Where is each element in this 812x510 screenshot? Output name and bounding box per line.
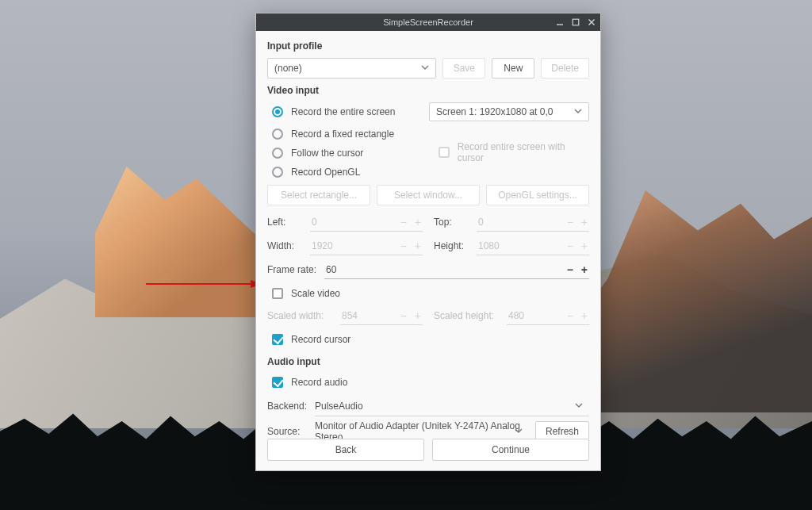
field-value: 0 xyxy=(312,217,400,228)
field-value: 0 xyxy=(478,217,567,228)
radio-record-opengl[interactable]: Record OpenGL xyxy=(267,163,589,182)
minus-icon: − xyxy=(567,263,573,276)
window-title: SimpleScreenRecorder xyxy=(383,17,473,27)
maximize-icon[interactable] xyxy=(570,17,581,28)
checkbox-label: Scale video xyxy=(291,288,340,299)
field-label: Height: xyxy=(434,240,470,251)
stepper-icon: −+ xyxy=(400,216,421,228)
radio-record-entire[interactable]: Record the entire screen xyxy=(267,102,418,121)
field-value[interactable]: 60 xyxy=(326,264,567,275)
source-select[interactable]: Monitor of Audio Adapter (Unitek Y-247A)… xyxy=(315,421,529,439)
stepper-icon: −+ xyxy=(567,309,588,322)
field-label: Scaled height: xyxy=(434,310,500,321)
backend-value: PulseAudio xyxy=(315,401,363,412)
scaled-width-field: Scaled width: 854−+ xyxy=(267,305,423,326)
select-rectangle-button: Select rectangle... xyxy=(267,185,370,205)
app-window: SimpleScreenRecorder Input profile (none… xyxy=(255,13,601,471)
radio-icon xyxy=(272,106,283,117)
field-value: 854 xyxy=(342,310,400,321)
check-record-cursor[interactable]: Record cursor xyxy=(267,331,589,348)
checkbox-label: Record cursor xyxy=(291,334,350,345)
minimize-icon[interactable] xyxy=(554,17,565,28)
close-icon[interactable] xyxy=(586,17,597,28)
radio-label: Record the entire screen xyxy=(291,106,395,117)
field-value: 480 xyxy=(508,310,567,321)
width-field: Width: 1920−+ xyxy=(267,236,423,256)
check-record-audio[interactable]: Record audio xyxy=(267,374,589,391)
field-label: Top: xyxy=(434,217,470,228)
chevron-down-icon xyxy=(421,63,429,74)
framerate-field[interactable]: Frame rate: 60−+ xyxy=(267,259,589,280)
plus-icon: + xyxy=(581,263,588,276)
input-profile-heading: Input profile xyxy=(267,40,589,52)
save-button[interactable]: Save xyxy=(442,58,485,79)
new-button[interactable]: New xyxy=(492,58,534,79)
radio-label: Record a fixed rectangle xyxy=(291,128,394,140)
source-value: Monitor of Audio Adapter (Unitek Y-247A)… xyxy=(315,420,523,439)
radio-icon xyxy=(272,148,283,159)
field-label: Frame rate: xyxy=(267,264,318,275)
radio-label: Record OpenGL xyxy=(291,167,360,178)
backend-label: Backend: xyxy=(267,401,308,412)
screen-select-value: Screen 1: 1920x1080 at 0,0 xyxy=(436,106,553,117)
svg-rect-3 xyxy=(573,19,579,25)
check-record-entire-with-cursor: Record entire screen with cursor xyxy=(434,144,589,161)
window-controls xyxy=(554,13,597,31)
scaled-height-field: Scaled height: 480−+ xyxy=(434,305,589,326)
field-label: Scaled width: xyxy=(267,310,334,321)
chevron-down-icon xyxy=(575,401,583,412)
video-input-heading: Video input xyxy=(267,85,589,96)
check-scale-video[interactable]: Scale video xyxy=(267,285,589,302)
radio-follow-cursor[interactable]: Follow the cursor xyxy=(267,144,423,163)
input-profile-value: (none) xyxy=(274,63,302,74)
stepper-icon: −+ xyxy=(567,240,588,252)
radio-icon xyxy=(272,167,283,178)
field-value: 1920 xyxy=(312,240,400,251)
back-button[interactable]: Back xyxy=(267,439,424,461)
continue-button[interactable]: Continue xyxy=(432,439,589,461)
top-field: Top: 0−+ xyxy=(434,212,589,232)
opengl-settings-button: OpenGL settings... xyxy=(486,185,589,205)
checkbox-icon[interactable] xyxy=(272,377,283,388)
field-label: Width: xyxy=(267,240,304,251)
field-value: 1080 xyxy=(478,240,567,251)
refresh-button[interactable]: Refresh xyxy=(535,421,589,439)
radio-icon xyxy=(272,128,283,140)
stepper-icon: −+ xyxy=(567,216,588,228)
stepper-icon: −+ xyxy=(400,309,421,322)
screen-select[interactable]: Screen 1: 1920x1080 at 0,0 xyxy=(429,102,589,121)
stepper-icon[interactable]: −+ xyxy=(567,263,588,276)
checkbox-label: Record entire screen with cursor xyxy=(458,141,589,163)
chevron-down-icon xyxy=(515,426,523,437)
audio-input-heading: Audio input xyxy=(267,356,589,367)
left-field: Left: 0−+ xyxy=(267,212,423,232)
checkbox-icon xyxy=(439,147,450,158)
input-profile-select[interactable]: (none) xyxy=(267,58,436,79)
source-label: Source: xyxy=(267,426,308,437)
backend-select[interactable]: PulseAudio xyxy=(315,396,589,416)
field-label: Left: xyxy=(267,217,304,228)
select-window-button: Select window... xyxy=(377,185,480,205)
checkbox-icon[interactable] xyxy=(272,288,283,299)
radio-label: Follow the cursor xyxy=(291,148,363,159)
checkbox-label: Record audio xyxy=(291,377,347,388)
delete-button[interactable]: Delete xyxy=(541,58,589,79)
titlebar[interactable]: SimpleScreenRecorder xyxy=(256,13,600,31)
stepper-icon: −+ xyxy=(400,240,421,252)
height-field: Height: 1080−+ xyxy=(434,236,589,256)
chevron-down-icon xyxy=(574,106,582,117)
checkbox-icon[interactable] xyxy=(272,334,283,345)
